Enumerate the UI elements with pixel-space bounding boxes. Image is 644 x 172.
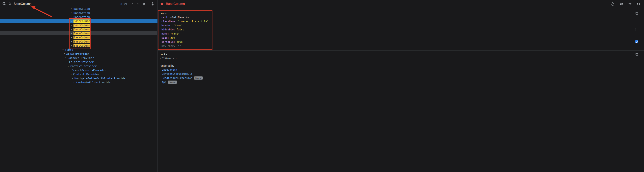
- copy-hooks-icon[interactable]: [634, 52, 639, 56]
- component-name: BaseColumn: [74, 32, 90, 35]
- component-name: SearchRecordsProvider: [72, 69, 106, 72]
- tree-row[interactable]: ▾ Context.Provider: [0, 64, 158, 68]
- tree-row[interactable]: ▾ FoldersProvider: [0, 60, 158, 64]
- tree-row[interactable]: ▸ BaseColumn: [0, 27, 158, 31]
- tree-row[interactable]: ▸ BaseAction: [0, 11, 158, 15]
- expand-arrow-icon[interactable]: ▾: [66, 61, 69, 63]
- prop-row[interactable]: hideable:false: [158, 28, 644, 32]
- expand-arrow-icon[interactable]: ▾: [70, 73, 73, 75]
- expand-arrow-icon[interactable]: ▾: [65, 57, 68, 59]
- expand-arrow-icon[interactable]: ▾: [68, 65, 70, 67]
- prop-row[interactable]: sortable:true: [158, 40, 644, 44]
- search-icon: [8, 2, 12, 6]
- prop-key: size:: [162, 36, 169, 39]
- expand-arrow-icon[interactable]: ▾: [73, 81, 76, 83]
- tree-row[interactable]: ▾ NavigateFolderWithRouterProvider: [0, 76, 158, 80]
- prop-key: header:: [162, 24, 172, 27]
- prop-sortable-checkbox[interactable]: [635, 40, 638, 43]
- chevron-down-icon[interactable]: [136, 2, 140, 6]
- tree-row[interactable]: ▾ Context.Provider: [0, 56, 158, 60]
- memo-badge: Memo: [168, 80, 177, 84]
- prop-key: cell:: [162, 16, 169, 19]
- tree-row[interactable]: ▸ BaseColumn: [0, 44, 158, 48]
- collapse-arrow-icon[interactable]: ▸: [71, 24, 74, 26]
- component-name: BaseColumn: [74, 20, 90, 22]
- prop-row[interactable]: name:"name": [158, 32, 644, 36]
- component-name: AcoAppProvider: [66, 52, 89, 56]
- component-details-panel: BaseColumn: [158, 0, 644, 172]
- tree-row[interactable]: ▸ BaseAction: [0, 15, 158, 19]
- prop-key: name:: [162, 32, 169, 35]
- chevron-up-icon[interactable]: [130, 2, 135, 6]
- prop-row[interactable]: cell:<CellName />: [158, 15, 644, 19]
- owner-name: App: [162, 80, 166, 84]
- rendered-by-item[interactable]: BaseColumn: [158, 68, 644, 72]
- prop-row[interactable]: size:300: [158, 36, 644, 40]
- expand-arrow-icon[interactable]: ▾: [64, 53, 66, 55]
- prop-value[interactable]: "name": [170, 32, 180, 35]
- prop-value[interactable]: "cms-aco-list-title": [178, 20, 208, 23]
- expand-arrow-icon[interactable]: ▾: [62, 48, 65, 51]
- tree-row[interactable]: ▸ BaseColumn: [0, 40, 158, 44]
- tree-row[interactable]: ▸ BaseColumn: [0, 23, 158, 27]
- collapse-arrow-icon[interactable]: ▸: [160, 57, 162, 59]
- tree-row[interactable]: ▸ BaseColumn: [0, 35, 158, 40]
- collapse-arrow-icon[interactable]: ▸: [71, 44, 74, 46]
- props-section-title: props: [160, 12, 166, 15]
- tree-row[interactable]: ▾ SearchRecordsProvider: [0, 68, 158, 72]
- prop-value[interactable]: <CellName />: [170, 16, 189, 19]
- component-name: Context.Provider: [73, 73, 100, 76]
- rendered-by-item[interactable]: HeadlessCMSExtension Memo: [158, 76, 644, 80]
- component-name: BaseColumn: [74, 44, 90, 47]
- prop-new-entry-row[interactable]: new entry:"": [158, 44, 644, 48]
- rendered-by-item[interactable]: ContentEntriesModule: [158, 72, 644, 76]
- component-tree: ▸ BaseAction ▸ BaseAction ▸ BaseAction ▸…: [0, 7, 158, 83]
- collapse-arrow-icon[interactable]: ▸: [71, 36, 74, 38]
- selected-component-title: BaseColumn: [166, 2, 185, 6]
- collapse-arrow-icon[interactable]: ▸: [71, 12, 74, 14]
- profiler-timer-icon[interactable]: [610, 2, 615, 6]
- settings-gear-icon[interactable]: [150, 2, 155, 6]
- prop-key: hideable:: [162, 28, 175, 31]
- prop-row[interactable]: className:"cms-aco-list-title": [158, 19, 644, 24]
- component-name: FoldersProvider: [69, 60, 94, 64]
- prop-row[interactable]: header:"Name": [158, 24, 644, 28]
- prop-hideable-checkbox[interactable]: [635, 28, 638, 31]
- collapse-arrow-icon[interactable]: ▸: [71, 40, 74, 42]
- clear-search-icon[interactable]: [142, 2, 146, 6]
- search-input[interactable]: [14, 2, 118, 6]
- inspect-element-icon[interactable]: [2, 2, 7, 6]
- debug-bug-icon[interactable]: [628, 2, 632, 6]
- tree-row[interactable]: ▾ NavigateFolderProvider: [0, 80, 158, 83]
- rendered-by-item[interactable]: App Memo: [158, 80, 644, 84]
- prop-value[interactable]: false: [176, 28, 184, 31]
- expand-arrow-icon[interactable]: ▾: [69, 69, 72, 71]
- prop-value[interactable]: "Name": [174, 24, 183, 27]
- hooks-section-title: hooks: [160, 53, 167, 56]
- copy-props-icon[interactable]: [634, 11, 639, 16]
- prop-value[interactable]: "": [178, 44, 181, 48]
- hook-row[interactable]: ▸ IdGenerator:: [158, 56, 644, 60]
- collapse-arrow-icon[interactable]: ▸: [71, 32, 74, 34]
- component-name: BaseColumn: [74, 40, 90, 43]
- props-section: props cell:<CellName /> className:"cms-a…: [158, 11, 644, 50]
- tree-row[interactable]: ▾ AcoAppProvider: [0, 52, 158, 56]
- collapse-arrow-icon[interactable]: ▸: [71, 20, 74, 22]
- prop-value[interactable]: true: [176, 40, 182, 43]
- collapse-arrow-icon[interactable]: ▸: [71, 16, 74, 18]
- prop-value[interactable]: 300: [170, 36, 175, 39]
- inspect-dom-eye-icon[interactable]: [619, 2, 624, 6]
- component-name: Context.Provider: [70, 64, 97, 68]
- tree-row-hovered[interactable]: ▸ BaseColumn: [0, 31, 158, 35]
- expand-arrow-icon[interactable]: ▾: [72, 77, 74, 79]
- collapse-arrow-icon[interactable]: ▸: [71, 28, 74, 30]
- owner-name: BaseColumn: [162, 68, 177, 71]
- tree-row[interactable]: ▾ Table: [0, 48, 158, 52]
- details-toolbar: BaseColumn: [158, 0, 644, 8]
- view-source-icon[interactable]: [636, 2, 641, 6]
- component-name: BaseAction: [74, 11, 90, 14]
- owner-name: HeadlessCMSExtension: [162, 76, 192, 79]
- memo-badge: Memo: [194, 76, 203, 80]
- tree-row[interactable]: ▾ Context.Provider: [0, 72, 158, 76]
- tree-row-selected[interactable]: ▸ BaseColumn: [0, 19, 158, 23]
